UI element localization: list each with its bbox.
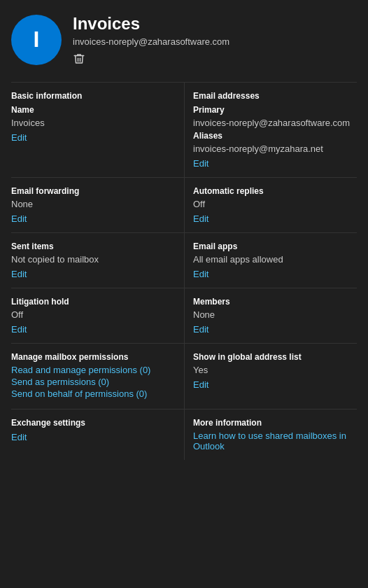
email-apps-label: Email apps: [193, 241, 357, 251]
avatar: I: [11, 15, 62, 65]
row-6: Exchange settings Edit More information …: [11, 409, 357, 460]
row-5: Manage mailbox permissions Read and mana…: [11, 343, 357, 409]
automatic-replies-label: Automatic replies: [193, 186, 357, 196]
exchange-settings-edit[interactable]: Edit: [11, 432, 27, 442]
basic-info-label: Basic information: [11, 91, 176, 101]
row-4: Litigation hold Off Edit Members None Ed…: [11, 288, 357, 343]
sent-items-label: Sent items: [11, 241, 176, 251]
show-global-edit[interactable]: Edit: [193, 379, 208, 390]
aliases-label: Aliases: [193, 131, 357, 141]
sent-items-edit[interactable]: Edit: [11, 269, 27, 279]
send-on-behalf-link[interactable]: Send on behalf of permissions (0): [11, 388, 176, 399]
litigation-hold-edit[interactable]: Edit: [11, 324, 27, 335]
automatic-replies-value: Off: [193, 199, 357, 209]
exchange-settings-section: Exchange settings Edit: [11, 409, 184, 460]
members-edit[interactable]: Edit: [193, 324, 208, 335]
manage-mailbox-section: Manage mailbox permissions Read and mana…: [11, 343, 184, 409]
email-addresses-label: Email addresses: [193, 91, 357, 101]
litigation-hold-label: Litigation hold: [11, 297, 176, 307]
name-value: Invoices: [11, 118, 176, 128]
email-forwarding-edit[interactable]: Edit: [11, 214, 27, 224]
email-forwarding-value: None: [11, 199, 176, 209]
sent-items-section: Sent items Not copied to mailbox Edit: [11, 232, 184, 288]
send-as-link[interactable]: Send as permissions (0): [11, 377, 176, 387]
row-2: Email forwarding None Edit Automatic rep…: [11, 177, 357, 232]
primary-value: invoices-noreply@zaharasoftware.com: [193, 118, 357, 128]
litigation-hold-section: Litigation hold Off Edit: [11, 288, 184, 343]
row-1: Basic information Name Invoices Edit Ema…: [11, 82, 357, 177]
automatic-replies-edit[interactable]: Edit: [193, 214, 208, 224]
manage-mailbox-label: Manage mailbox permissions: [11, 352, 176, 362]
shared-mailbox-learn-link[interactable]: Learn how to use shared mailboxes in Out…: [193, 430, 346, 451]
email-apps-value: All email apps allowed: [193, 254, 357, 265]
email-forwarding-section: Email forwarding None Edit: [11, 177, 184, 232]
show-global-label: Show in global address list: [193, 352, 357, 362]
members-value: None: [193, 309, 357, 320]
header: I Invoices invoices-noreply@zaharasoftwa…: [0, 0, 368, 76]
more-information-label: More information: [193, 418, 357, 428]
content: Basic information Name Invoices Edit Ema…: [0, 76, 368, 465]
email-apps-edit[interactable]: Edit: [193, 269, 208, 279]
mailbox-email: invoices-noreply@zaharasoftware.com: [73, 36, 229, 47]
basic-info-section: Basic information Name Invoices Edit: [11, 82, 184, 177]
more-information-section: More information Learn how to use shared…: [184, 409, 357, 460]
email-addresses-section: Email addresses Primary invoices-noreply…: [184, 82, 357, 177]
header-info: Invoices invoices-noreply@zaharasoftware…: [73, 14, 229, 65]
email-forwarding-label: Email forwarding: [11, 186, 176, 196]
members-section: Members None Edit: [184, 288, 357, 343]
mailbox-title: Invoices: [73, 14, 229, 34]
members-label: Members: [193, 297, 357, 307]
delete-icon[interactable]: [73, 52, 85, 65]
name-label: Name: [11, 105, 176, 115]
email-apps-section: Email apps All email apps allowed Edit: [184, 232, 357, 288]
show-global-section: Show in global address list Yes Edit: [184, 343, 357, 409]
read-manage-link[interactable]: Read and manage permissions (0): [11, 365, 176, 375]
exchange-settings-label: Exchange settings: [11, 418, 176, 428]
show-global-value: Yes: [193, 365, 357, 375]
aliases-value: invoices-noreply@myzahara.net: [193, 144, 357, 154]
row-3: Sent items Not copied to mailbox Edit Em…: [11, 232, 357, 288]
litigation-hold-value: Off: [11, 309, 176, 320]
automatic-replies-section: Automatic replies Off Edit: [184, 177, 357, 232]
primary-label: Primary: [193, 105, 357, 115]
email-addresses-edit[interactable]: Edit: [193, 158, 208, 169]
sent-items-value: Not copied to mailbox: [11, 254, 176, 265]
basic-info-edit[interactable]: Edit: [11, 132, 27, 143]
